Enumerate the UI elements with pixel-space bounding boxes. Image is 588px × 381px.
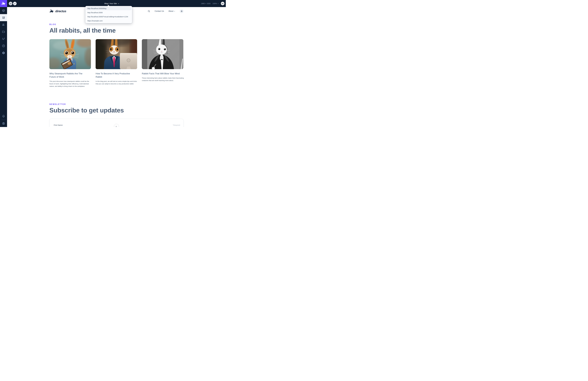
help-circle-icon: ? <box>2 44 5 47</box>
post-title: How To Become A Very Productive Rabbit <box>96 72 134 79</box>
module-bar: ? <box>0 0 7 127</box>
sidebar-item-settings[interactable] <box>0 49 7 56</box>
site-switcher-label: Blog | Your Site <box>105 2 117 5</box>
collapse-panel-icon <box>10 2 12 5</box>
url-option[interactable]: http://localhost:3000/blog <box>86 7 131 10</box>
zoom-select[interactable]: 100% <box>212 2 219 4</box>
devices-icon <box>222 2 224 5</box>
blog-eyebrow: BLOG <box>49 23 56 25</box>
sidebar-item-help[interactable]: ? <box>0 42 7 49</box>
account-circle-icon <box>2 122 5 125</box>
svg-text:?: ? <box>3 45 4 47</box>
module-nav: ? <box>0 7 7 56</box>
url-option[interactable]: http://localhost:3000 <box>86 11 131 14</box>
url-option[interactable]: http://localhost:3000/?visual-editing=tr… <box>86 15 131 19</box>
post-image-victorian-rabbit <box>142 39 183 69</box>
edit-square-icon <box>2 16 5 19</box>
insights-wave-icon <box>2 37 5 40</box>
nav-about[interactable]: About <box>168 10 175 12</box>
url-dropdown: http://localhost:3000/blog http://localh… <box>85 6 132 23</box>
chevron-down-icon <box>174 11 175 12</box>
edit-mode-button[interactable] <box>13 2 17 5</box>
post-title: Why Steampunk Rabbits Are The Future of … <box>49 72 85 79</box>
collapse-panel-button[interactable] <box>9 2 12 5</box>
post-title: Rabbit Facts That Will Blow Your Mind <box>142 72 183 75</box>
search-icon[interactable] <box>148 10 150 12</box>
post-image-business-rabbit <box>96 39 137 69</box>
responsive-preview-button[interactable] <box>221 2 224 5</box>
first-name-label: First Name <box>54 124 63 126</box>
dropdown-pointer <box>107 5 109 6</box>
sidebar-item-visual-editor[interactable] <box>0 14 7 21</box>
chevron-down-icon <box>118 3 119 4</box>
post-image-steampunk-rabbit <box>49 39 91 69</box>
settings-gear-icon <box>2 51 5 54</box>
url-option[interactable]: https://example.com <box>86 19 131 22</box>
nav-contact-us[interactable]: Contact Us <box>155 10 164 12</box>
bell-icon <box>2 115 5 118</box>
post-description: In this blog post, we will look at some … <box>96 80 138 85</box>
chevron-down-icon <box>217 3 219 4</box>
pencil-icon <box>14 2 16 5</box>
directus-rabbit-logo[interactable] <box>0 0 7 7</box>
post-card[interactable]: How To Become A Very Productive Rabbit I… <box>96 39 137 87</box>
notifications-button[interactable] <box>0 113 7 120</box>
account-button[interactable] <box>0 120 7 127</box>
viewport-size: 1860 × 1020 <box>201 2 210 4</box>
theme-toggle-button[interactable] <box>180 9 184 13</box>
newsletter-eyebrow: NEWSLETTER <box>49 103 66 105</box>
nuxt-mountains-icon <box>115 125 118 127</box>
sidebar-bottom <box>0 113 7 127</box>
site-nav: Contact Us About <box>148 9 184 13</box>
site-preview: directus Contact Us About BLOG All rabbi… <box>7 7 226 127</box>
sidebar-item-users[interactable] <box>0 21 7 28</box>
site-logo[interactable]: directus <box>49 10 66 13</box>
post-card[interactable]: Why Steampunk Rabbits Are The Future of … <box>49 39 91 87</box>
sidebar-item-content[interactable] <box>0 7 7 14</box>
zoom-level: 100% <box>212 2 217 4</box>
post-description: These interesting facts about rabbits ma… <box>142 77 184 82</box>
sidebar-item-insights[interactable] <box>0 35 7 42</box>
box-3d-icon <box>2 9 5 12</box>
rabbit-logo-icon <box>49 10 54 13</box>
sidebar-item-files[interactable] <box>0 28 7 35</box>
folder-icon <box>2 30 5 33</box>
users-icon <box>2 23 5 26</box>
topbar-right: 1860 × 1020 100% <box>201 0 224 7</box>
posts-grid: Why Steampunk Rabbits Are The Future of … <box>49 39 183 87</box>
post-card[interactable]: Rabbit Facts That Will Blow Your Mind Th… <box>142 39 183 87</box>
post-description: This post discusses how steampunk rabbit… <box>49 80 92 87</box>
sun-icon <box>181 10 183 12</box>
required-hint: *Required <box>173 124 180 126</box>
newsletter-title: Subscribe to get updates <box>49 106 124 114</box>
brand-name: directus <box>55 10 66 13</box>
page-title: All rabbits, all the time <box>49 27 116 34</box>
